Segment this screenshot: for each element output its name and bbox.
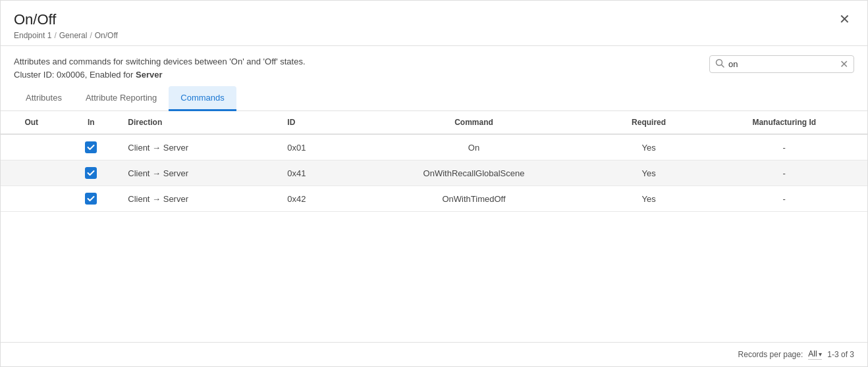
breadcrumb-item-1: Endpoint 1 (14, 31, 51, 40)
cell-direction: Client → Server (120, 160, 279, 186)
commands-table: Out In Direction ID Command Required Man… (1, 111, 867, 212)
tab-attributes[interactable]: Attributes (14, 86, 74, 111)
col-header-id: ID (279, 111, 351, 134)
cell-command: OnWithTimedOff (352, 186, 597, 212)
per-page-select[interactable]: All 10 25 50 (808, 349, 817, 358)
table-container: Out In Direction ID Command Required Man… (1, 111, 867, 342)
cell-out (1, 134, 62, 160)
col-header-manufacturing-id: Manufacturing Id (701, 111, 867, 134)
cell-manufacturing-id: - (701, 134, 867, 160)
cell-required: Yes (597, 160, 701, 186)
modal-title: On/Off (14, 11, 118, 28)
cell-required: Yes (597, 186, 701, 212)
table-header-row: Out In Direction ID Command Required Man… (1, 111, 867, 134)
cell-in[interactable] (62, 186, 120, 212)
close-button[interactable]: ✕ (835, 11, 854, 27)
cell-id: 0x01 (279, 134, 351, 160)
description-text: Attributes and commands for switching de… (14, 55, 306, 81)
records-per-page-label: Records per page: (738, 350, 803, 359)
cell-id: 0x42 (279, 186, 351, 212)
cell-command: OnWithRecallGlobalScene (352, 160, 597, 186)
table-row: Client → Server0x42OnWithTimedOffYes- (1, 186, 867, 212)
chevron-down-icon: ▾ (819, 351, 822, 358)
col-header-command: Command (352, 111, 597, 134)
svg-line-1 (722, 65, 724, 68)
breadcrumb-sep-2: / (90, 31, 92, 40)
search-input[interactable] (728, 59, 840, 69)
search-box: ✕ (709, 55, 854, 73)
checkbox-checked[interactable] (85, 141, 97, 153)
col-header-out: Out (1, 111, 62, 134)
footer: Records per page: All 10 25 50 ▾ 1-3 of … (1, 342, 867, 366)
cell-manufacturing-id: - (701, 186, 867, 212)
col-header-in: In (62, 111, 120, 134)
breadcrumb-sep-1: / (54, 31, 56, 40)
table-row: Client → Server0x01OnYes- (1, 134, 867, 160)
description-line2-bold: Server (136, 70, 162, 80)
per-page-wrapper: All 10 25 50 ▾ (808, 349, 822, 360)
breadcrumb-item-3: On/Off (95, 31, 118, 40)
description-section: Attributes and commands for switching de… (1, 46, 867, 86)
cell-direction: Client → Server (120, 186, 279, 212)
records-range-label: 1-3 of 3 (827, 350, 854, 359)
cell-in[interactable] (62, 134, 120, 160)
tab-attribute-reporting[interactable]: Attribute Reporting (74, 86, 169, 111)
modal-header: On/Off Endpoint 1 / General / On/Off ✕ (1, 1, 867, 46)
cell-in[interactable] (62, 160, 120, 186)
checkbox-checked[interactable] (85, 167, 97, 179)
description-line2-prefix: Cluster ID: 0x0006, Enabled for (14, 70, 136, 80)
tabs: Attributes Attribute Reporting Commands (1, 86, 867, 111)
description-line2: Cluster ID: 0x0006, Enabled for Server (14, 68, 306, 82)
search-clear-button[interactable]: ✕ (840, 59, 848, 70)
header-left: On/Off Endpoint 1 / General / On/Off (14, 11, 118, 40)
modal: On/Off Endpoint 1 / General / On/Off ✕ A… (0, 0, 868, 367)
search-icon (715, 59, 724, 70)
cell-id: 0x41 (279, 160, 351, 186)
col-header-required: Required (597, 111, 701, 134)
checkbox-checked[interactable] (85, 193, 97, 205)
description-line1: Attributes and commands for switching de… (14, 55, 306, 68)
breadcrumb-item-2: General (59, 31, 88, 40)
cell-out (1, 160, 62, 186)
cell-manufacturing-id: - (701, 160, 867, 186)
tab-commands[interactable]: Commands (169, 86, 236, 111)
cell-out (1, 186, 62, 212)
breadcrumb: Endpoint 1 / General / On/Off (14, 31, 118, 40)
col-header-direction: Direction (120, 111, 279, 134)
cell-required: Yes (597, 134, 701, 160)
table-row: Client → Server0x41OnWithRecallGlobalSce… (1, 160, 867, 186)
cell-direction: Client → Server (120, 134, 279, 160)
cell-command: On (352, 134, 597, 160)
